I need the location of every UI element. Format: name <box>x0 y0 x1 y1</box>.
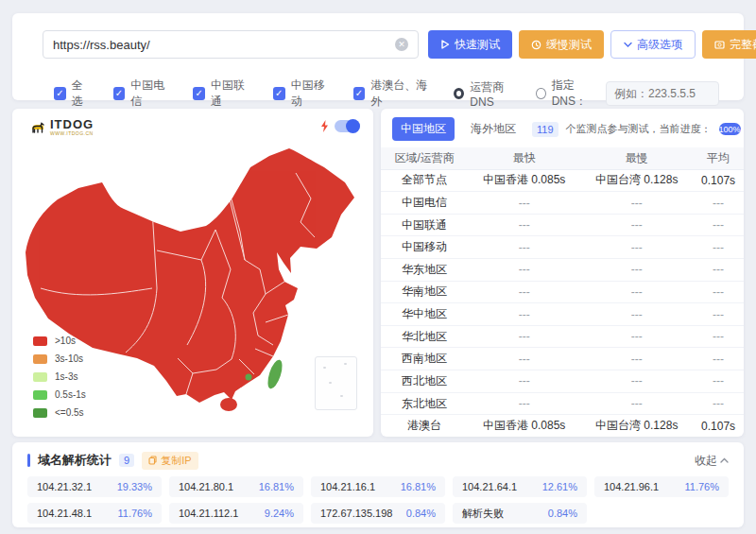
cell-slowest: --- <box>580 397 693 410</box>
legend-label: 1s-3s <box>55 371 77 382</box>
cell-slowest: --- <box>580 308 693 321</box>
legend-item: >10s <box>33 332 86 350</box>
cell-region: 港澳台 <box>381 418 468 434</box>
ip-percentage: 16.81% <box>259 481 294 492</box>
table-row[interactable]: 华东地区 --- --- --- <box>381 259 744 282</box>
ip-percentage: 0.84% <box>548 508 577 519</box>
table-row[interactable]: 东北地区 --- --- --- <box>381 393 744 416</box>
legend-label: <=0.5s <box>55 407 84 418</box>
custom-dns-input[interactable] <box>606 81 719 106</box>
tab-china-region[interactable]: 中国地区 <box>392 117 455 141</box>
cell-average: --- <box>693 374 744 388</box>
table-row[interactable]: 西北地区 --- --- --- <box>381 370 744 393</box>
quick-test-button[interactable]: 快速测试 <box>428 30 512 59</box>
advanced-options-button[interactable]: 高级选项 <box>610 30 696 59</box>
header-slowest: 最慢 <box>580 150 693 166</box>
cell-region: 中国联通 <box>381 217 468 233</box>
header-region: 区域/运营商 <box>381 150 468 166</box>
ip-percentage: 16.81% <box>401 481 436 492</box>
full-screenshot-button[interactable]: 完整截图 <box>702 30 756 59</box>
radio-isp-dns[interactable] <box>454 88 464 99</box>
table-row[interactable]: 中国移动 --- --- --- <box>381 236 744 259</box>
cell-fastest: --- <box>468 241 580 254</box>
options-row: ✓ 全选 ✓ 中国电信 ✓ 中国联通 ✓ 中国移动 ✓ 港澳台、海外 运营商DN… <box>54 78 719 110</box>
ip-item[interactable]: 104.21.48.1 11.76% <box>27 503 162 524</box>
cell-fastest: --- <box>468 353 580 366</box>
table-row[interactable]: 华北地区 --- --- --- <box>381 326 744 349</box>
cell-average: --- <box>693 308 744 321</box>
legend-label: 3s-10s <box>55 353 83 364</box>
ip-item[interactable]: 解析失败 0.84% <box>453 503 587 524</box>
legend-swatch <box>33 390 47 400</box>
ip-percentage: 11.76% <box>118 508 153 519</box>
radio-isp-dns-label: 运营商DNS <box>470 79 518 109</box>
legend-label: 0.5s-1s <box>55 389 86 400</box>
table-row[interactable]: 港澳台 中国香港 0.085s 中国台湾 0.128s 0.107s <box>381 415 744 437</box>
ip-item[interactable]: 104.21.112.1 9.24% <box>169 503 303 524</box>
checkbox-china-telecom[interactable]: ✓ 中国电信 <box>113 78 173 110</box>
slow-test-button[interactable]: 缓慢测试 <box>519 30 604 59</box>
cell-fastest: --- <box>468 330 580 343</box>
ip-item[interactable]: 104.21.32.1 19.33% <box>27 476 162 497</box>
ip-percentage: 19.33% <box>117 481 152 492</box>
hongkong-dot <box>246 374 252 381</box>
cell-average: --- <box>693 241 744 254</box>
copy-ip-button[interactable]: 复制IP <box>142 452 198 470</box>
cell-fastest: --- <box>468 397 580 410</box>
node-count-badge: 119 <box>532 122 558 137</box>
radio-custom-dns[interactable] <box>536 88 545 99</box>
ip-percentage: 9.24% <box>265 508 294 519</box>
checkbox-china-mobile[interactable]: ✓ 中国移动 <box>273 78 333 110</box>
table-row[interactable]: 西南地区 --- --- --- <box>381 348 744 370</box>
ip-item[interactable]: 172.67.135.198 0.84% <box>311 503 445 524</box>
ip-count-badge: 9 <box>119 454 134 467</box>
cell-slowest: --- <box>580 353 693 366</box>
copy-ip-label: 复制IP <box>161 454 191 468</box>
checkbox-china-unicom[interactable]: ✓ 中国联通 <box>193 78 252 110</box>
table-header-row: 区域/运营商 最快 最慢 平均 <box>381 147 744 170</box>
legend-item: 1s-3s <box>33 368 86 386</box>
legend-item: 0.5s-1s <box>33 386 86 404</box>
ip-item[interactable]: 104.21.64.1 12.61% <box>453 476 587 497</box>
legend-item: <=0.5s <box>33 404 86 422</box>
table-row[interactable]: 中国联通 --- --- --- <box>381 215 744 237</box>
cell-slowest: 中国台湾 0.128s <box>580 418 693 434</box>
cell-average: --- <box>693 330 744 343</box>
table-row[interactable]: 全部节点 中国香港 0.085s 中国台湾 0.128s 0.107s <box>381 170 744 193</box>
legend-swatch <box>33 372 47 382</box>
ip-item[interactable]: 104.21.16.1 16.81% <box>311 476 445 497</box>
cell-slowest: --- <box>580 197 693 210</box>
table-row[interactable]: 华中地区 --- --- --- <box>381 303 744 326</box>
checkbox-select-all[interactable]: ✓ 全选 <box>54 78 93 110</box>
cell-slowest: --- <box>580 374 693 388</box>
table-row[interactable]: 中国电信 --- --- --- <box>381 192 744 215</box>
ip-item[interactable]: 104.21.80.1 16.81% <box>169 476 303 497</box>
ip-item[interactable]: 104.21.96.1 11.76% <box>594 476 729 497</box>
checkbox-label: 中国电信 <box>130 78 172 110</box>
cell-region: 中国电信 <box>381 195 468 211</box>
cell-slowest: --- <box>580 241 693 254</box>
ip-address: 104.21.64.1 <box>462 481 517 492</box>
legend-swatch <box>33 354 47 364</box>
collapse-button[interactable]: 收起 <box>695 453 729 469</box>
cell-slowest: --- <box>580 263 693 276</box>
tab-overseas-region[interactable]: 海外地区 <box>462 117 524 141</box>
chevron-down-icon <box>624 42 632 48</box>
action-buttons: 快速测试 缓慢测试 高级选项 完整截图 <box>428 30 717 59</box>
chevron-up-icon <box>720 457 729 464</box>
clock-icon <box>531 40 541 50</box>
cell-average: 0.107s <box>693 420 744 433</box>
clear-input-icon[interactable]: ✕ <box>395 38 408 51</box>
cell-fastest: 中国香港 0.085s <box>468 418 580 434</box>
cell-fastest: --- <box>468 263 580 276</box>
ip-percentage: 0.84% <box>406 508 436 519</box>
checkbox-overseas[interactable]: ✓ 港澳台、海外 <box>353 78 434 110</box>
url-input[interactable] <box>53 38 395 52</box>
cell-region: 华北地区 <box>381 329 468 345</box>
checkbox-label: 中国联通 <box>211 78 252 110</box>
cell-fastest: --- <box>468 308 580 321</box>
cell-slowest: --- <box>580 285 693 299</box>
table-row[interactable]: 华南地区 --- --- --- <box>381 282 744 304</box>
cell-region: 全部节点 <box>381 172 468 188</box>
radio-custom-dns-label: 指定DNS： <box>552 78 600 110</box>
